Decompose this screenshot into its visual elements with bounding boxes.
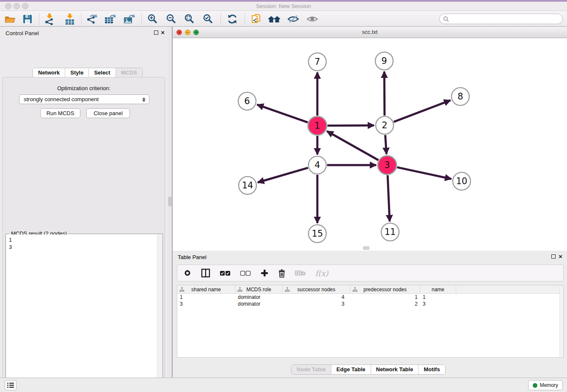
search-icon (443, 16, 449, 22)
export-image-icon[interactable] (122, 12, 136, 25)
graph-node-4[interactable]: 4 (308, 156, 326, 174)
tab-motifs[interactable]: Motifs (418, 365, 445, 374)
graph-edge-1-6[interactable] (257, 105, 308, 122)
hierarchy-icon (179, 287, 184, 292)
search-box[interactable] (439, 14, 563, 24)
refresh-view-icon[interactable] (225, 12, 239, 25)
column-header-name[interactable]: name (420, 285, 456, 293)
table-scrollbar[interactable] (559, 285, 563, 357)
network-view-window: × − + scc.txt 7968124314101511 (173, 27, 567, 251)
zoom-out-icon[interactable] (164, 12, 179, 25)
cell-name[interactable]: 1 (420, 294, 456, 301)
import-network-icon[interactable] (42, 12, 57, 25)
select-all-rows-icon[interactable] (220, 271, 231, 276)
column-label: name (432, 287, 444, 293)
toolbar-separator (245, 13, 245, 25)
column-visibility-icon[interactable] (201, 268, 210, 278)
graph-edge-3-1[interactable] (327, 131, 379, 160)
graph-edge-3-11[interactable] (388, 175, 390, 221)
export-table-icon[interactable] (103, 12, 117, 25)
network-title: scc.txt (173, 29, 567, 35)
settings-gear-icon[interactable] (183, 269, 192, 277)
deselect-all-rows-icon[interactable] (240, 271, 251, 276)
tab-network-table[interactable]: Network Table (371, 365, 419, 374)
open-panels-icon[interactable] (249, 12, 263, 25)
run-mcds-button[interactable]: Run MCDS (40, 108, 80, 118)
tab-mcds[interactable]: MCDS (116, 68, 142, 77)
network-canvas[interactable]: 7968124314101511 (173, 38, 567, 251)
cell-mcds-role[interactable]: dominator (235, 294, 283, 301)
table-row[interactable]: 1 dominator 4 1 1 (177, 294, 563, 301)
home-view-icon[interactable] (267, 12, 281, 25)
table-row[interactable]: 3 dominator 3 2 3 (177, 301, 563, 307)
cell-mcds-role[interactable]: dominator (235, 301, 283, 307)
graph-node-2[interactable]: 2 (376, 116, 394, 134)
graph-node-11[interactable]: 11 (381, 223, 399, 241)
cell-shared-name[interactable]: 3 (177, 301, 235, 307)
graph-node-14[interactable]: 14 (239, 177, 256, 194)
column-header-successor-nodes[interactable]: successor nodes (283, 285, 350, 293)
memory-button[interactable]: Memory (528, 380, 563, 390)
control-panel-title: Control Panel (6, 30, 39, 36)
cell-successor-nodes[interactable]: 3 (283, 301, 350, 307)
search-input[interactable] (451, 16, 562, 22)
cell-successor-nodes[interactable]: 4 (283, 294, 350, 301)
column-header-mcds-role[interactable]: MCDS role (235, 285, 283, 293)
graph-node-label: 11 (385, 227, 396, 237)
show-all-icon[interactable] (305, 12, 319, 25)
close-table-panel-icon[interactable]: × (559, 253, 562, 260)
float-panel-icon[interactable] (154, 30, 158, 35)
graph-edge-4-14[interactable] (258, 168, 308, 182)
delete-column-trash-icon[interactable] (278, 269, 286, 278)
zoom-in-icon[interactable] (146, 12, 160, 25)
graph-node-3[interactable]: 3 (378, 156, 396, 174)
panel-splitter[interactable] (168, 27, 173, 378)
float-table-panel-icon[interactable] (551, 254, 556, 259)
graph-node-10[interactable]: 10 (453, 172, 471, 190)
cell-shared-name[interactable]: 1 (177, 294, 235, 301)
export-network-icon[interactable] (85, 12, 99, 25)
graph-node-6[interactable]: 6 (238, 92, 256, 110)
tab-style[interactable]: Style (65, 68, 89, 77)
tab-network[interactable]: Network (33, 68, 65, 77)
network-resize-grip[interactable] (363, 246, 369, 250)
graph-node-label: 9 (381, 56, 387, 66)
add-column-icon[interactable] (260, 269, 269, 277)
tab-node-table[interactable]: Node Table (292, 365, 331, 374)
node-table[interactable]: shared name MCDS role successor nodes pr… (177, 285, 564, 358)
network-window-titlebar[interactable]: × − + scc.txt (173, 27, 567, 38)
graph-node-1[interactable]: 1 (308, 116, 327, 135)
splitter-grip[interactable] (168, 197, 171, 206)
tab-select[interactable]: Select (89, 68, 116, 77)
criterion-dropdown[interactable]: strongly connected component (19, 94, 149, 104)
table-toolbar: f(x) (177, 265, 564, 282)
hide-selected-icon[interactable] (286, 12, 300, 25)
column-header-shared-name[interactable]: shared name (177, 285, 235, 293)
graph-edge-2-8[interactable] (394, 100, 451, 122)
column-header-predecessor-nodes[interactable]: predecessor nodes (350, 285, 420, 293)
graph-edge-2-3[interactable] (385, 135, 387, 154)
cell-predecessor-nodes[interactable]: 1 (350, 294, 420, 301)
graph-node-8[interactable]: 8 (451, 88, 469, 105)
save-session-icon[interactable] (20, 12, 35, 25)
zoom-fit-icon[interactable] (182, 12, 197, 25)
graph-node-9[interactable]: 9 (375, 52, 393, 70)
graph-node-15[interactable]: 15 (308, 225, 326, 243)
graph-edge-2-9[interactable] (384, 72, 385, 116)
task-history-button[interactable] (5, 380, 17, 390)
graph-node-7[interactable]: 7 (308, 53, 326, 71)
cell-predecessor-nodes[interactable]: 2 (350, 301, 420, 307)
zoom-selected-icon[interactable] (201, 12, 215, 25)
column-label: shared name (191, 287, 221, 293)
close-panel-button[interactable]: Close panel (86, 108, 130, 118)
graph-edge-1-2[interactable] (328, 125, 374, 126)
toolbar-separator (39, 13, 39, 25)
column-label: successor nodes (297, 287, 335, 293)
import-table-icon[interactable] (63, 12, 77, 25)
graph-edge-3-10[interactable] (397, 167, 451, 179)
tab-edge-table[interactable]: Edge Table (331, 365, 371, 374)
result-scrollbar[interactable] (157, 235, 162, 392)
close-panel-icon[interactable]: × (161, 29, 165, 36)
open-session-icon[interactable] (3, 12, 17, 25)
cell-name[interactable]: 3 (420, 301, 456, 307)
